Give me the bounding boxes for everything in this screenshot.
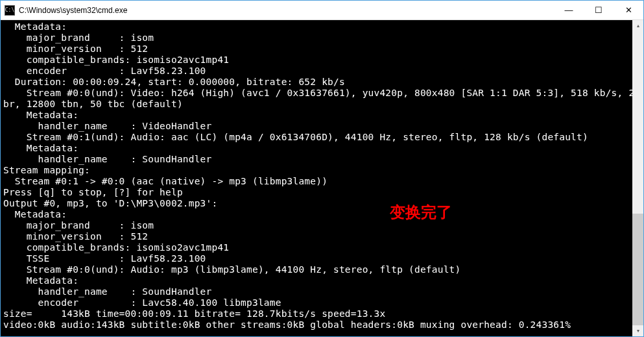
window-title: C:\Windows\system32\cmd.exe (19, 6, 554, 15)
minimize-button[interactable]: — (554, 1, 584, 19)
window-titlebar: C:\ C:\Windows\system32\cmd.exe — ☐ ✕ (1, 1, 643, 20)
console-output: Metadata: major_brand : isom minor_versi… (1, 20, 643, 336)
console-area[interactable]: Metadata: major_brand : isom minor_versi… (1, 20, 643, 336)
scroll-up-arrow[interactable]: ▴ (632, 20, 643, 31)
scroll-track[interactable] (632, 31, 643, 325)
window-controls: — ☐ ✕ (554, 1, 643, 19)
vertical-scrollbar[interactable]: ▴ ▾ (632, 20, 643, 336)
maximize-button[interactable]: ☐ (584, 1, 614, 19)
close-button[interactable]: ✕ (614, 1, 643, 19)
scroll-down-arrow[interactable]: ▾ (632, 325, 643, 336)
cmd-icon: C:\ (5, 5, 15, 16)
scroll-thumb[interactable] (632, 214, 643, 325)
annotation-overlay: 变换完了 (390, 202, 452, 223)
